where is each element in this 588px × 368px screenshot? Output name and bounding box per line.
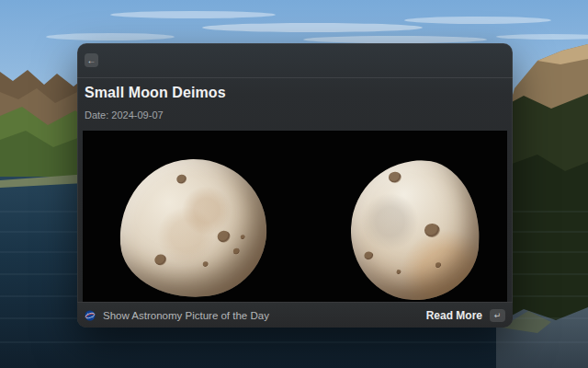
apod-image	[83, 131, 507, 302]
crater	[203, 261, 209, 267]
deimos-image-left	[115, 155, 271, 302]
page-title: Small Moon Deimos	[85, 85, 505, 101]
raycast-window: ← Small Moon Deimos Date: 2024-09-07	[77, 43, 513, 328]
crater	[389, 171, 402, 183]
crater	[241, 235, 245, 239]
action-bar: Show Astronomy Picture of the Day Read M…	[77, 302, 513, 328]
crater	[424, 224, 441, 238]
back-button[interactable]: ←	[85, 53, 98, 67]
detail-header: Small Moon Deimos Date: 2024-09-07	[77, 78, 513, 121]
arrow-left-icon: ←	[87, 55, 96, 65]
crater	[217, 230, 231, 243]
crater	[435, 262, 441, 268]
crater	[396, 270, 401, 274]
window-toolbar: ←	[77, 43, 513, 78]
nasa-meatball-icon	[85, 310, 96, 321]
crater	[176, 174, 187, 184]
read-more-button[interactable]: Read More	[426, 309, 482, 322]
return-key-icon[interactable]: ↵	[490, 309, 505, 322]
date-label: Date: 2024-09-07	[85, 109, 505, 121]
crater	[364, 251, 373, 260]
deimos-image-right	[347, 156, 483, 302]
command-title: Show Astronomy Picture of the Day	[103, 310, 269, 321]
crater	[233, 248, 240, 255]
crater	[154, 254, 167, 266]
